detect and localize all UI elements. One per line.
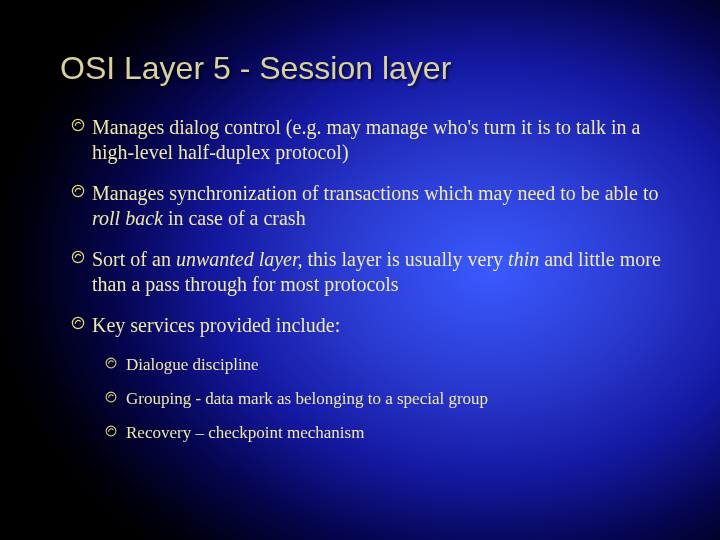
bullet-icon xyxy=(70,183,86,199)
svg-point-5 xyxy=(106,392,116,402)
slide: OSI Layer 5 - Session layer Manages dial… xyxy=(0,0,720,540)
bullet-text: Key services provided include: xyxy=(92,314,340,336)
bullet-level-1: Manages synchronization of transactions … xyxy=(70,181,670,231)
bullet-icon xyxy=(70,117,86,133)
bullet-icon xyxy=(70,315,86,331)
svg-point-0 xyxy=(72,119,83,130)
bullet-level-2: Grouping - data mark as belonging to a s… xyxy=(104,388,670,410)
bullet-icon xyxy=(104,356,118,370)
slide-title: OSI Layer 5 - Session layer xyxy=(60,50,670,87)
svg-point-4 xyxy=(106,358,116,368)
svg-point-3 xyxy=(72,317,83,328)
bullet-level-2: Recovery – checkpoint mechanism xyxy=(104,422,670,444)
bullet-icon xyxy=(104,390,118,404)
bullet-text: Manages synchronization of transactions … xyxy=(92,182,659,229)
bullet-level-1: Key services provided include: xyxy=(70,313,670,338)
bullet-icon xyxy=(104,424,118,438)
bullet-level-2: Dialogue discipline xyxy=(104,354,670,376)
svg-point-6 xyxy=(106,426,116,436)
svg-point-1 xyxy=(72,185,83,196)
bullet-text: Dialogue discipline xyxy=(126,355,259,374)
bullet-list: Manages dialog control (e.g. may manage … xyxy=(60,115,670,444)
bullet-text: Grouping - data mark as belonging to a s… xyxy=(126,389,488,408)
bullet-icon xyxy=(70,249,86,265)
bullet-text: Manages dialog control (e.g. may manage … xyxy=(92,116,640,163)
bullet-level-1: Manages dialog control (e.g. may manage … xyxy=(70,115,670,165)
bullet-level-1: Sort of an unwanted layer, this layer is… xyxy=(70,247,670,297)
svg-point-2 xyxy=(72,251,83,262)
bullet-text: Sort of an unwanted layer, this layer is… xyxy=(92,248,661,295)
bullet-text: Recovery – checkpoint mechanism xyxy=(126,423,364,442)
